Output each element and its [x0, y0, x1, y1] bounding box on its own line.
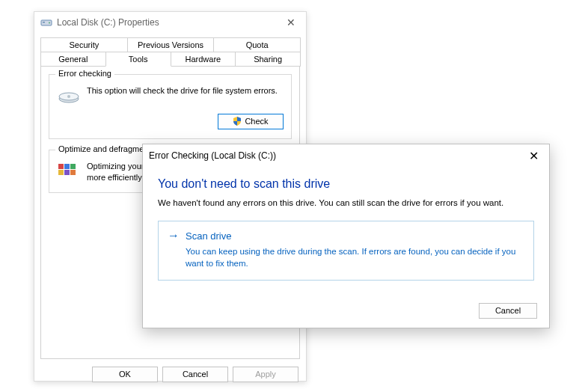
tab-tools[interactable]: Tools — [105, 52, 171, 67]
error-checking-dialog: Error Checking (Local Disk (C:)) ✕ You d… — [142, 144, 550, 328]
cancel-button[interactable]: Cancel — [162, 367, 228, 382]
shield-icon — [233, 116, 242, 130]
svg-rect-9 — [58, 170, 64, 175]
cancel-button[interactable]: Cancel — [479, 303, 537, 319]
tab-previous-versions[interactable]: Previous Versions — [127, 37, 215, 52]
tab-general[interactable]: General — [40, 52, 106, 67]
svg-rect-1 — [43, 22, 45, 23]
svg-rect-11 — [70, 170, 76, 175]
svg-point-2 — [49, 22, 50, 24]
properties-titlebar[interactable]: Local Disk (C:) Properties ✕ — [34, 12, 306, 33]
arrow-right-icon: → — [168, 229, 180, 242]
properties-buttons: OK Cancel Apply — [34, 359, 306, 382]
scan-drive-option[interactable]: → Scan drive You can keep using the driv… — [158, 221, 534, 281]
tab-quota[interactable]: Quota — [213, 37, 301, 52]
close-icon[interactable]: ✕ — [282, 16, 300, 28]
svg-rect-10 — [64, 170, 70, 175]
ok-button[interactable]: OK — [92, 367, 158, 382]
scan-drive-label: Scan drive — [186, 230, 231, 242]
tab-hardware[interactable]: Hardware — [171, 52, 236, 67]
error-dialog-heading: You don't need to scan this drive — [158, 177, 534, 191]
tab-sharing[interactable]: Sharing — [235, 52, 301, 67]
tab-security[interactable]: Security — [40, 37, 128, 52]
svg-rect-7 — [64, 164, 70, 169]
svg-point-5 — [67, 95, 70, 98]
defrag-icon — [57, 161, 81, 182]
group-title: Error checking — [55, 69, 114, 78]
check-button-label: Check — [245, 117, 268, 126]
hard-drive-icon — [57, 87, 81, 105]
svg-rect-6 — [58, 164, 64, 169]
properties-title: Local Disk (C:) Properties — [57, 17, 282, 28]
error-dialog-desc: We haven't found any errors on this driv… — [158, 198, 534, 207]
error-checking-group: Error checking This option will check th… — [49, 74, 292, 139]
scan-drive-sub: You can keep using the drive during the … — [186, 245, 524, 269]
error-dialog-title: Error Checking (Local Disk (C:)) — [149, 150, 524, 161]
error-check-desc: This option will check the drive for fil… — [87, 85, 278, 97]
error-checking-titlebar[interactable]: Error Checking (Local Disk (C:)) ✕ — [143, 144, 549, 167]
check-button[interactable]: Check — [218, 114, 284, 129]
drive-icon — [40, 16, 52, 28]
apply-button[interactable]: Apply — [233, 367, 298, 382]
close-icon[interactable]: ✕ — [524, 149, 543, 163]
svg-rect-8 — [70, 164, 76, 169]
